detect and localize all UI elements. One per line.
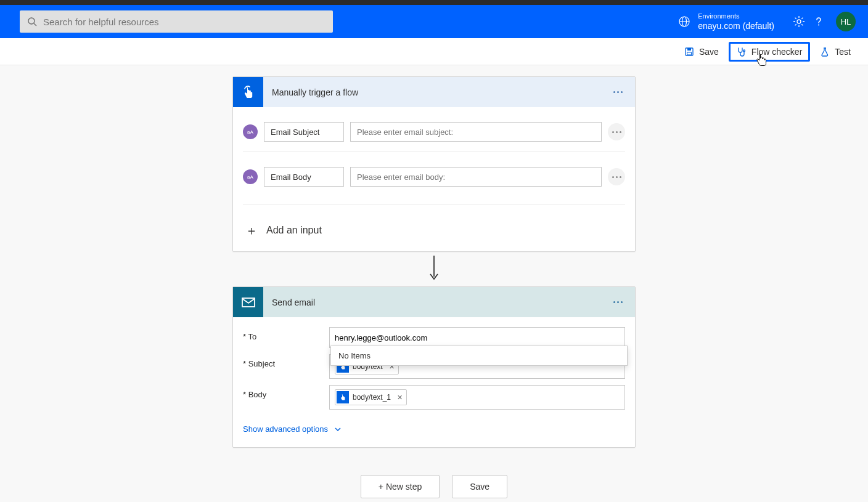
save-flow-button[interactable]: Save xyxy=(452,475,507,498)
search-icon xyxy=(27,17,37,26)
token-text: body/text_1 xyxy=(353,393,391,402)
designer-canvas: Manually trigger a flow aA Email Subject… xyxy=(0,65,868,502)
bottom-actions: + New step Save xyxy=(361,475,507,498)
body-label: * Body xyxy=(243,385,329,399)
action-title: Send email xyxy=(272,298,608,307)
dynamic-content-token[interactable]: body/text_1 ✕ xyxy=(335,389,407,405)
svg-point-10 xyxy=(743,50,745,52)
svg-line-1 xyxy=(34,23,36,26)
add-input-button[interactable]: ＋ Add an input xyxy=(243,219,322,240)
add-input-label: Add an input xyxy=(266,225,322,236)
svg-rect-9 xyxy=(687,52,691,55)
environment-text: Environments enayu.com (default) xyxy=(698,12,774,31)
token-icon xyxy=(337,391,349,403)
body-field-row: * Body body/text_1 ✕ xyxy=(243,385,625,410)
body-field[interactable]: body/text_1 ✕ xyxy=(329,385,625,410)
environment-label: Environments xyxy=(698,12,774,20)
to-field[interactable] xyxy=(329,327,625,348)
trigger-header[interactable]: Manually trigger a flow xyxy=(233,77,635,107)
action-card: Send email * To No Items * Subject xyxy=(232,286,636,448)
test-label: Test xyxy=(835,47,851,57)
trigger-icon-box xyxy=(233,77,263,107)
globe-icon xyxy=(678,15,690,28)
svg-point-5 xyxy=(797,20,801,23)
test-button[interactable]: Test xyxy=(813,42,858,62)
dropdown-no-items: No Items xyxy=(338,351,371,360)
show-advanced-button[interactable]: Show advanced options xyxy=(243,422,342,436)
mail-icon xyxy=(240,294,256,310)
save-icon xyxy=(684,47,694,57)
search-box[interactable] xyxy=(20,10,333,33)
hand-tap-icon xyxy=(241,85,256,100)
chevron-down-icon xyxy=(334,426,342,433)
search-input[interactable] xyxy=(43,17,326,27)
svg-point-0 xyxy=(28,18,35,24)
action-body: * To No Items * Subject body/text xyxy=(233,317,635,447)
trigger-body: aA Email Subject aA Email Body ＋ Add an … xyxy=(233,107,635,251)
connector-arrow-icon xyxy=(428,254,440,283)
input-name-field[interactable]: Email Subject xyxy=(264,122,344,142)
token-remove[interactable]: ✕ xyxy=(397,394,403,402)
text-type-badge: aA xyxy=(243,124,258,139)
flow-checker-label: Flow checker xyxy=(751,47,802,57)
input-name-field[interactable]: Email Body xyxy=(264,167,344,187)
user-avatar[interactable]: HL xyxy=(836,12,856,31)
more-icon xyxy=(613,91,623,93)
flow-checker-button[interactable]: Flow checker xyxy=(729,42,810,62)
new-step-button[interactable]: + New step xyxy=(361,475,440,498)
environment-picker[interactable]: Environments enayu.com (default) xyxy=(678,12,774,31)
settings-button[interactable] xyxy=(793,15,805,28)
subject-label: * Subject xyxy=(243,354,329,368)
to-input[interactable] xyxy=(335,333,620,342)
plus-icon: ＋ xyxy=(245,224,258,237)
to-label: * To xyxy=(243,327,329,341)
save-label: Save xyxy=(699,47,719,57)
to-field-row: * To xyxy=(243,327,625,348)
gear-icon xyxy=(793,15,805,28)
input-prompt-field[interactable] xyxy=(350,167,602,187)
stethoscope-icon xyxy=(737,47,747,57)
trigger-more-button[interactable] xyxy=(608,83,628,102)
input-more-button[interactable] xyxy=(608,168,625,185)
app-header: Environments enayu.com (default) HL xyxy=(0,5,868,38)
save-button[interactable]: Save xyxy=(677,42,726,62)
input-more-button[interactable] xyxy=(608,123,625,140)
more-icon xyxy=(612,131,621,133)
help-button[interactable] xyxy=(813,15,825,28)
question-icon xyxy=(813,15,825,28)
toolbar: Save Flow checker Test xyxy=(0,38,868,65)
advanced-label: Show advanced options xyxy=(243,424,328,434)
trigger-input-row: aA Email Body xyxy=(243,152,625,194)
environment-name: enayu.com (default) xyxy=(698,20,774,31)
input-prompt-field[interactable] xyxy=(350,122,602,142)
text-type-badge: aA xyxy=(243,169,258,184)
action-icon-box xyxy=(233,287,263,317)
more-icon xyxy=(612,176,621,178)
svg-point-6 xyxy=(818,25,819,26)
trigger-card: Manually trigger a flow aA Email Subject… xyxy=(232,76,636,252)
action-header[interactable]: Send email xyxy=(233,287,635,317)
action-more-button[interactable] xyxy=(608,293,628,312)
svg-rect-8 xyxy=(687,48,691,51)
trigger-input-row: aA Email Subject xyxy=(243,115,625,149)
trigger-title: Manually trigger a flow xyxy=(272,87,608,97)
flask-icon xyxy=(820,47,830,57)
browser-chrome-strip xyxy=(0,0,868,5)
autocomplete-dropdown[interactable]: No Items xyxy=(330,346,628,366)
more-icon xyxy=(613,301,623,303)
